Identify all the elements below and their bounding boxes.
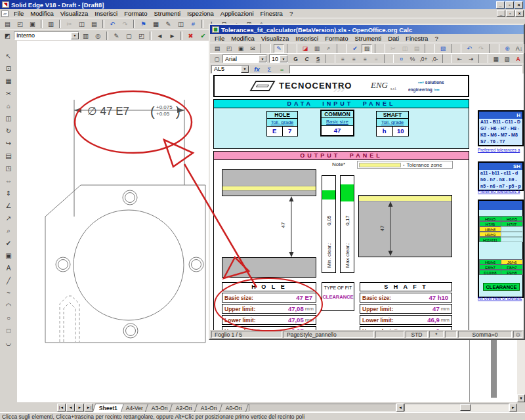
menu-inserisci[interactable]: Inserisci [91,10,121,17]
menu-strumenti[interactable]: Strumenti [151,10,184,17]
distance-dim-icon[interactable]: ⇔ [2,175,15,186]
sketch-icon[interactable]: ✎ [111,31,122,41]
hyperlink-icon[interactable]: ⊕ [502,44,513,53]
format-paintbrush-icon[interactable]: ▧ [438,44,448,53]
background-sheet-icon[interactable]: ◫ [175,19,186,29]
menu-ispeziona[interactable]: Ispeziona [184,10,217,17]
hole-letter-cell[interactable]: E [267,127,282,136]
hscroll-right-icon[interactable]: ► [509,404,517,411]
minimize-icon[interactable]: _ [496,1,505,9]
next-icon[interactable]: ► [167,31,178,41]
drawing-link-icon[interactable]: ↪ [2,138,15,149]
rect-tool-icon[interactable]: □ [2,325,15,336]
sum-icon[interactable]: Σ [264,64,275,74]
zoom-tool-icon[interactable]: ⌕ [2,225,15,236]
flag-icon[interactable]: ⚑ [138,19,149,29]
zoom-out-icon[interactable]: ⊖ [513,331,522,338]
percent-icon[interactable]: % [408,54,417,63]
restore-icon[interactable]: ▫ [505,1,514,9]
open-icon[interactable]: ◰ [224,44,234,53]
delete-decimal-icon[interactable]: ,0- [430,54,440,63]
spreadsheet-area[interactable]: ››› TECNOCENTRO ENG s.r.l. •••› solution… [210,74,524,330]
leader-icon[interactable]: ↗ [2,213,15,224]
menu-file[interactable]: File [211,35,228,42]
align-center-icon[interactable]: ≡ [349,54,359,63]
redo-icon[interactable]: ↷ [119,19,131,29]
undo-icon[interactable]: ↶ [464,44,474,53]
currency-icon[interactable]: ¤ [396,54,406,63]
last-sheet-button[interactable]: ►| [85,404,93,411]
align-justify-icon[interactable]: ≡ [371,54,381,63]
styles-icon[interactable]: ▢ [212,54,222,63]
next-sheet-button[interactable]: ► [75,404,84,411]
dropdown-arrow-icon[interactable]: ▼ [280,55,287,62]
open-icon[interactable]: ◰ [14,19,26,29]
circle-tool-icon[interactable]: ○ [2,312,15,324]
save-icon[interactable]: ▣ [236,44,246,53]
paste-icon[interactable]: ▤ [89,19,100,29]
cell-reference-box[interactable]: AL5 ▼ [211,65,249,74]
trim-icon[interactable]: ✂ [2,88,15,99]
hscroll-left-icon[interactable]: ◄ [396,404,404,411]
menu-finestra[interactable]: Finestra [402,35,431,42]
font-name-combobox[interactable]: Arial ▼ [222,54,267,63]
box-select-icon[interactable]: ▢ [123,31,135,41]
select-tool-icon[interactable]: ↖ [2,51,15,62]
layers-panel-icon[interactable]: ◳ [2,163,15,174]
dropdown-arrow-icon[interactable]: ▼ [259,55,266,62]
child-restore-icon[interactable]: ▫ [506,10,514,17]
menu-strumenti[interactable]: Strumenti [352,35,385,42]
autospell-icon[interactable]: ▨ [362,44,372,53]
hole-grade-cell[interactable]: 7 [282,127,298,136]
stamp-icon[interactable]: ⌂ [2,100,15,112]
previous-icon[interactable]: ◄ [154,31,165,41]
active-tool-icon[interactable]: ◩ [2,31,13,41]
horizontal-scrollbar[interactable] [404,404,509,411]
print-icon[interactable]: ▥ [45,19,56,29]
height-dim-icon[interactable]: ⇕ [2,188,15,199]
new-document-icon[interactable]: ▤ [212,44,222,53]
angle-dim-icon[interactable]: ∠ [2,200,15,211]
menu-formato[interactable]: Formato [121,10,150,17]
paste-icon[interactable]: ▤ [411,44,422,53]
curve-tool-icon[interactable]: ~ [2,287,15,299]
scroll-down-icon[interactable]: ▼ [517,394,525,402]
overview-tolerances-link[interactable]: An overview of toleranc [478,296,522,301]
menu-finestra[interactable]: Finestra [257,10,286,17]
copy-icon[interactable]: ◫ [76,19,87,29]
save-icon[interactable]: ▣ [27,19,38,29]
prev-sheet-button[interactable]: ◄ [66,404,75,411]
copy-icon[interactable]: ◫ [400,44,410,53]
redo-icon[interactable]: ↷ [476,44,486,53]
dimension-style-combobox[interactable]: Interno ▼ [14,32,79,40]
menu-inserisci[interactable]: Inserisci [292,35,322,42]
preferred-hole-tolerances-link[interactable]: Preferred tolerances a [478,148,520,152]
close-icon[interactable]: × [514,1,523,9]
child-close-icon[interactable]: × [515,10,524,17]
equals-icon[interactable]: = [276,64,287,74]
update-views-icon[interactable]: ↻ [2,125,15,136]
borders-icon[interactable]: ▦ [491,54,501,63]
spellcheck-icon[interactable]: ✔ [350,44,360,53]
formula-input[interactable] [289,65,522,74]
layers-icon[interactable]: ◰ [136,31,147,41]
align-right-icon[interactable]: ≡ [360,54,370,63]
shaft-letter-cell[interactable]: h [377,127,392,136]
arc-tool-icon[interactable]: ◠ [2,300,15,311]
vertical-scrollbar[interactable]: ▼ [517,340,525,402]
image-icon[interactable]: ▣ [2,250,15,261]
preferred-shaft-tolerances-link[interactable]: Preferred tolerances a [478,189,520,194]
menu-modifica[interactable]: Modifica [228,35,257,42]
insert-mode[interactable]: STD [406,331,428,338]
menu-help[interactable]: ? [431,35,441,42]
view-wizard-icon[interactable]: ◫ [2,113,15,124]
italic-icon[interactable]: C [302,54,312,63]
pick-filter-icon[interactable]: ⊡ [2,63,15,74]
function-wizard-icon[interactable]: fx [251,64,262,74]
dropdown-arrow-icon[interactable]: ▼ [71,32,79,39]
page-preview-icon[interactable]: ⌕ [324,44,334,53]
grid-icon[interactable]: # [188,19,199,29]
sum-display[interactable]: Somma=0 [458,331,512,338]
first-sheet-button[interactable]: |◄ [57,404,66,411]
edit-mode-icon[interactable]: ✎ [274,44,284,53]
